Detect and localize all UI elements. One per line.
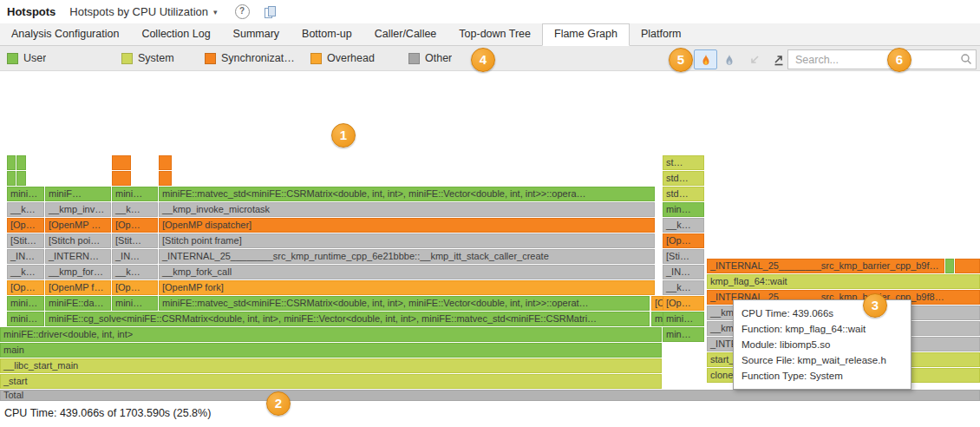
header: Hotspots Hotspots by CPU Utilization ▾ ?: [0, 0, 980, 23]
legend-label: Synchronizat…: [221, 52, 295, 64]
flame-bar[interactable]: miniFE::cg_solve<miniFE::CSRMatrix<doubl…: [45, 312, 650, 326]
flame-bar[interactable]: _start: [0, 374, 662, 389]
flame-bar[interactable]: kmp_flag_64::wait: [707, 274, 980, 289]
callout-5: 5: [669, 48, 693, 72]
legend-item-user: User: [7, 52, 46, 64]
flame-block[interactable]: [16, 155, 26, 170]
flame-view-button[interactable]: [694, 49, 717, 69]
flame-icon: [700, 54, 712, 66]
legend-label: System: [138, 52, 174, 64]
flame-bar[interactable]: min…: [663, 202, 704, 217]
icicle-view-button[interactable]: [717, 49, 741, 69]
flame-bar[interactable]: _INTERN…: [45, 249, 111, 264]
flame-bar[interactable]: [OpenMP dispatcher]: [159, 218, 655, 233]
flame-bar[interactable]: [Stit…: [112, 233, 158, 248]
tab-summary[interactable]: Summary: [222, 23, 291, 45]
legend-swatch: [121, 53, 133, 64]
tab-caller-callee[interactable]: Caller/Callee: [363, 23, 448, 45]
flame-bar[interactable]: _IN…: [7, 249, 44, 264]
status-text: CPU Time: 439.066s of 1703.590s (25.8%): [4, 407, 211, 419]
flame-bar[interactable]: _IN…: [663, 265, 704, 279]
flame-bar[interactable]: st…: [663, 155, 704, 170]
flame-bar[interactable]: miniFE::da…: [45, 296, 111, 311]
flame-bar[interactable]: [Op…: [112, 218, 158, 233]
flame-bar[interactable]: _INTERNAL_25________src_kmp_runtime_cpp_…: [159, 249, 655, 264]
flame-bar[interactable]: miniFE::matvec_std<miniFE::CSRMatrix<dou…: [159, 296, 650, 311]
tab-analysis-configuration[interactable]: Analysis Configuration: [0, 23, 130, 45]
legend-label: Overhead: [327, 52, 375, 64]
copy-icon[interactable]: [264, 5, 277, 19]
arrow-up-right-icon: [773, 54, 785, 66]
flame-bar[interactable]: __kmp_inv…: [45, 202, 111, 217]
flame-bar[interactable]: [OpenMP f…: [45, 280, 111, 295]
legend-label: Other: [425, 52, 452, 64]
flame-block[interactable]: [945, 259, 954, 273]
tab-flame-graph[interactable]: Flame Graph: [542, 23, 630, 46]
tab-bottom-up[interactable]: Bottom-up: [291, 23, 363, 45]
flame-bar[interactable]: __k…: [7, 202, 44, 217]
tab-platform[interactable]: Platform: [630, 23, 693, 45]
flame-bar[interactable]: __k…: [663, 218, 704, 233]
flame-bar[interactable]: __kmp_invoke_microtask: [159, 202, 655, 217]
flame-bar[interactable]: [Stitch point frame]: [159, 233, 655, 248]
flame-block[interactable]: [16, 171, 26, 186]
tooltip-line: Source File: kmp_wait_release.h: [742, 352, 903, 368]
search-icon: [960, 53, 972, 69]
arrow-forward-button[interactable]: [767, 49, 790, 69]
chevron-down-icon: ▾: [213, 8, 218, 16]
flame-bar[interactable]: [OpenMP …: [45, 218, 111, 233]
flame-block[interactable]: [7, 171, 16, 186]
flame-bar[interactable]: std…: [663, 187, 704, 201]
flame-bar[interactable]: mini…: [112, 187, 158, 201]
flame-bar[interactable]: min…: [663, 327, 704, 342]
tab-top-down-tree[interactable]: Top-down Tree: [448, 23, 542, 45]
flame-bar[interactable]: __k…: [663, 280, 704, 295]
flame-bar[interactable]: miniFE::driver<double, int, int>: [0, 327, 662, 342]
flame-bar[interactable]: [Op…: [7, 218, 44, 233]
tab-bar: Analysis ConfigurationCollection LogSumm…: [0, 23, 980, 46]
flame-bar[interactable]: [Op…: [7, 280, 44, 295]
arrow-back-button[interactable]: [742, 49, 766, 69]
flame-bar[interactable]: [Op…: [663, 233, 704, 248]
flame-bar[interactable]: mini…: [112, 296, 158, 311]
flame-block[interactable]: [159, 171, 172, 186]
flame-bar[interactable]: mini…: [663, 312, 704, 326]
flame-bar[interactable]: __k…: [7, 265, 44, 279]
flame-bar[interactable]: mini…: [7, 187, 44, 201]
flame-bar[interactable]: Total: [0, 390, 980, 401]
flame-block[interactable]: [112, 171, 131, 186]
flame-bar[interactable]: __kmp_for…: [45, 265, 111, 279]
tooltip-body: CPU Time: 439.066sFunction: kmp_flag_64:…: [742, 305, 903, 384]
tooltip-line: Function Type: System: [742, 368, 903, 384]
flame-bar[interactable]: _INTERNAL_25________src_kmp_barrier_cpp_…: [707, 259, 944, 273]
flame-bar[interactable]: __k…: [112, 265, 158, 279]
flame-bar[interactable]: main: [0, 343, 662, 358]
flame-bar[interactable]: __k…: [112, 202, 158, 217]
flame-block[interactable]: [112, 155, 131, 170]
flame-bar[interactable]: [Stitch poi…: [45, 233, 111, 248]
view-selector[interactable]: Hotspots by CPU Utilization ▾: [69, 5, 217, 18]
flame-bar[interactable]: miniF…: [45, 187, 111, 201]
flame-bar[interactable]: [OpenMP fork]: [159, 280, 655, 295]
flame-block[interactable]: [955, 259, 980, 273]
flame-bar[interactable]: [Sti…: [663, 249, 704, 264]
flame-bar[interactable]: [Op…: [663, 296, 704, 311]
legend-label: User: [23, 52, 46, 64]
flame-bar[interactable]: [Op…: [112, 280, 158, 295]
flame-bar[interactable]: std…: [663, 171, 704, 186]
search-input[interactable]: [787, 49, 977, 69]
legend-item-system: System: [121, 52, 174, 64]
legend-swatch: [310, 53, 322, 64]
flame-bar[interactable]: __libc_start_main: [0, 358, 662, 373]
flame-block[interactable]: [7, 155, 16, 170]
flame-bar[interactable]: __kmp_fork_call: [159, 265, 655, 279]
tab-collection-log[interactable]: Collection Log: [130, 23, 221, 45]
flame-bar[interactable]: mini…: [7, 296, 44, 311]
flame-bar[interactable]: mini…: [7, 312, 44, 326]
help-icon[interactable]: ?: [235, 4, 250, 19]
flame-bar[interactable]: _IN…: [112, 249, 158, 264]
flame-block[interactable]: [159, 155, 172, 170]
legend-item-overhead: Overhead: [310, 52, 375, 64]
flame-bar[interactable]: miniFE::matvec_std<miniFE::CSRMatrix<dou…: [159, 187, 655, 201]
flame-bar[interactable]: [Stit…: [7, 233, 44, 248]
